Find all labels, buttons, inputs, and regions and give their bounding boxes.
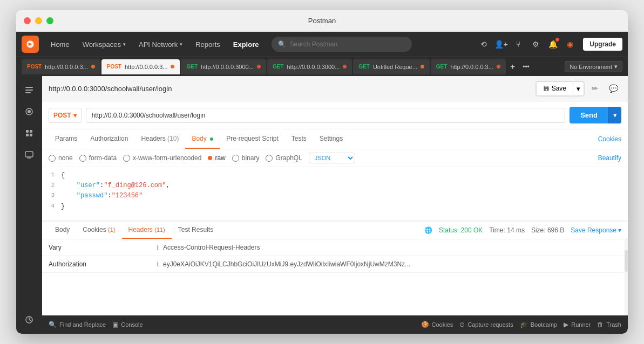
sidebar-item-history[interactable] [19, 310, 39, 329]
method-label: POST [53, 112, 71, 119]
tab-post-2[interactable]: POST http://0.0.0.0:3... [101, 59, 180, 74]
chevron-down-icon: ▾ [614, 63, 618, 70]
find-replace-button[interactable]: 🔍 Find and Replace [49, 321, 106, 328]
nav-home[interactable]: Home [45, 38, 75, 51]
svg-rect-2 [25, 90, 33, 91]
code-line-2: 2 "user":"f_ding@126.com", [42, 181, 628, 191]
new-tab-button[interactable]: + [507, 62, 518, 72]
url-display-bar: http://0.0.0.0:3000/schoolwall/user/logi… [42, 76, 628, 101]
body-opt-form-data[interactable]: form-data [79, 154, 117, 162]
add-user-icon[interactable]: 👤+ [493, 37, 509, 52]
save-dropdown-button[interactable]: ▾ [573, 81, 584, 96]
info-icon[interactable]: ℹ [157, 244, 159, 251]
tab-get-1[interactable]: GET http://0.0.0.0:3000... [181, 59, 266, 74]
res-tab-test-results[interactable]: Test Results [172, 222, 220, 239]
response-tabs: Body Cookies (1) Headers (11) Test Resul… [42, 221, 628, 239]
body-opt-urlencoded[interactable]: x-www-form-urlencoded [123, 154, 201, 162]
close-button[interactable] [24, 17, 31, 24]
env-selector[interactable]: No Environment ▾ [565, 61, 622, 72]
sync-icon[interactable]: ⟲ [476, 37, 491, 52]
tab-status-dot [343, 65, 347, 68]
request-tabs: Params Authorization Headers (10) Body P… [42, 129, 628, 149]
minimize-button[interactable] [35, 17, 42, 24]
trash-button[interactable]: 🗑 Trash [597, 321, 621, 328]
runner-button[interactable]: ▶ Runner [564, 321, 591, 328]
upgrade-button[interactable]: Upgrade [583, 38, 622, 51]
sidebar-item-environments[interactable] [19, 102, 39, 121]
response-status: 🌐 Status: 200 OK Time: 14 ms Size: 696 B… [424, 226, 621, 234]
url-input[interactable] [86, 108, 566, 123]
info-icon[interactable]: ℹ [157, 261, 159, 268]
code-editor[interactable]: 1 { 2 "user":"f_ding@126.com", 3 "passwd… [42, 167, 628, 221]
tab-pre-request[interactable]: Pre-request Script [220, 129, 285, 149]
tab-authorization[interactable]: Authorization [84, 129, 134, 149]
fork-icon[interactable]: ⑂ [511, 37, 526, 52]
navbar: Home Workspaces ▾ API Network ▾ Reports … [16, 32, 628, 57]
save-button[interactable]: Save [536, 81, 573, 96]
body-opt-graphql[interactable]: GraphQL [266, 154, 302, 162]
save-response-button[interactable]: Save Response ▾ [571, 226, 621, 234]
size-text: Size: 696 B [531, 226, 564, 234]
comment-icon[interactable]: 💬 [605, 80, 621, 97]
header-value: Access-Control-Request-Headers [163, 244, 621, 251]
settings-icon[interactable]: ⚙ [528, 37, 543, 52]
search-bar[interactable]: 🔍 [272, 37, 412, 52]
tab-params[interactable]: Params [49, 129, 84, 149]
edit-icon[interactable]: ✏ [587, 80, 603, 97]
svg-rect-7 [30, 130, 32, 133]
tab-get-untitled[interactable]: GET Untitled Reque... [353, 59, 430, 74]
tab-body[interactable]: Body [185, 129, 220, 149]
bootcamp-icon: 🎓 [520, 321, 528, 328]
more-tabs-button[interactable]: ••• [519, 63, 533, 71]
body-options: none form-data x-www-form-urlencoded raw… [42, 149, 628, 167]
tab-status-dot [257, 65, 261, 68]
app-logo[interactable] [22, 36, 39, 53]
sidebar-item-collections[interactable] [19, 80, 39, 100]
profile-icon[interactable]: ◉ [562, 37, 578, 52]
tab-tests[interactable]: Tests [285, 129, 313, 149]
code-line-3: 3 "passwd":"123456" [42, 191, 628, 201]
body-active-dot [210, 137, 213, 141]
notifications-icon[interactable]: 🔔 [545, 37, 560, 52]
cookies-link[interactable]: Cookies [598, 135, 621, 143]
body-opt-raw[interactable]: raw [208, 154, 225, 162]
bottom-bar: 🔍 Find and Replace ▣ Console 🍪 Cookies ⊙… [42, 315, 628, 334]
send-button[interactable]: Send [570, 107, 608, 123]
header-value: eyJ0eXAiOiJKV1QiLCJhbGciOiJIUzUxMiJ9.eyJ… [163, 260, 621, 268]
nav-api-network[interactable]: API Network ▾ [133, 38, 188, 51]
tab-get-3[interactable]: GET http://0.0.0.0:3... [431, 59, 506, 74]
capture-button[interactable]: ⊙ Capture requests [459, 321, 513, 328]
body-opt-none[interactable]: none [49, 154, 73, 162]
res-tab-cookies[interactable]: Cookies (1) [76, 222, 121, 239]
sidebar-item-monitor[interactable] [19, 145, 39, 164]
nav-workspaces[interactable]: Workspaces ▾ [77, 38, 131, 51]
console-button[interactable]: ▣ Console [112, 321, 143, 328]
capture-icon: ⊙ [459, 321, 465, 328]
tab-status-dot [497, 65, 500, 68]
res-tab-body[interactable]: Body [49, 222, 76, 239]
tab-settings[interactable]: Settings [313, 129, 349, 149]
bootcamp-button[interactable]: 🎓 Bootcamp [520, 321, 558, 328]
res-tab-headers[interactable]: Headers (11) [122, 222, 172, 239]
nav-reports[interactable]: Reports [190, 38, 226, 51]
tab-status-dot [171, 65, 174, 68]
console-icon: ▣ [112, 321, 118, 328]
send-dropdown-button[interactable]: ▾ [608, 107, 621, 123]
raw-active-dot [208, 156, 212, 160]
search-input[interactable] [289, 40, 405, 48]
tab-headers[interactable]: Headers (10) [134, 129, 185, 149]
code-line-4: 4 } [42, 202, 628, 212]
url-display: http://0.0.0.0:3000/schoolwall/user/logi… [49, 85, 531, 93]
sidebar-item-mock[interactable] [19, 123, 39, 143]
nav-explore[interactable]: Explore [228, 38, 265, 51]
method-selector[interactable]: POST ▾ [49, 108, 82, 123]
format-selector[interactable]: JSON Text JavaScript HTML XML [309, 153, 355, 163]
maximize-button[interactable] [46, 17, 53, 24]
request-panel: http://0.0.0.0:3000/schoolwall/user/logi… [42, 76, 628, 334]
body-opt-binary[interactable]: binary [232, 154, 260, 162]
tab-post-1[interactable]: POST http://0.0.0.0:3... [22, 59, 100, 74]
beautify-button[interactable]: Beautify [598, 154, 621, 162]
tab-get-2[interactable]: GET http://0.0.0.0:3000... [267, 59, 352, 74]
chevron-down-icon: ▾ [180, 42, 182, 47]
cookies-bottom-button[interactable]: 🍪 Cookies [421, 321, 453, 328]
